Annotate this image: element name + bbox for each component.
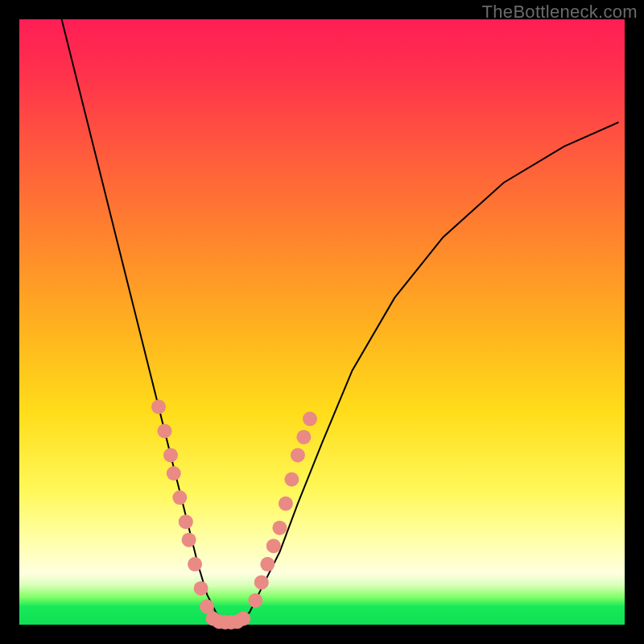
data-dot [248,593,262,608]
data-dot [236,612,250,626]
chart-svg [19,19,625,625]
plot-area [19,19,625,625]
data-dot [266,539,281,553]
data-dot [296,430,311,444]
bottleneck-curve [62,19,619,621]
watermark-text: TheBottleneck.com [482,2,638,23]
data-dots [151,399,317,630]
data-dot [254,575,269,589]
data-dot [303,411,317,426]
data-dot [182,533,196,547]
data-dot [284,473,299,487]
data-dot [188,557,202,572]
data-dot [167,466,181,481]
data-dot [272,521,287,535]
chart-frame: TheBottleneck.com [0,0,644,644]
data-dot [279,497,293,511]
data-dot [151,399,166,414]
data-dot [194,581,208,596]
data-dot [172,490,187,505]
data-dot [260,557,275,572]
data-dot [163,448,178,462]
data-dot [179,514,193,529]
data-dot [291,448,305,462]
data-dot [158,423,172,438]
